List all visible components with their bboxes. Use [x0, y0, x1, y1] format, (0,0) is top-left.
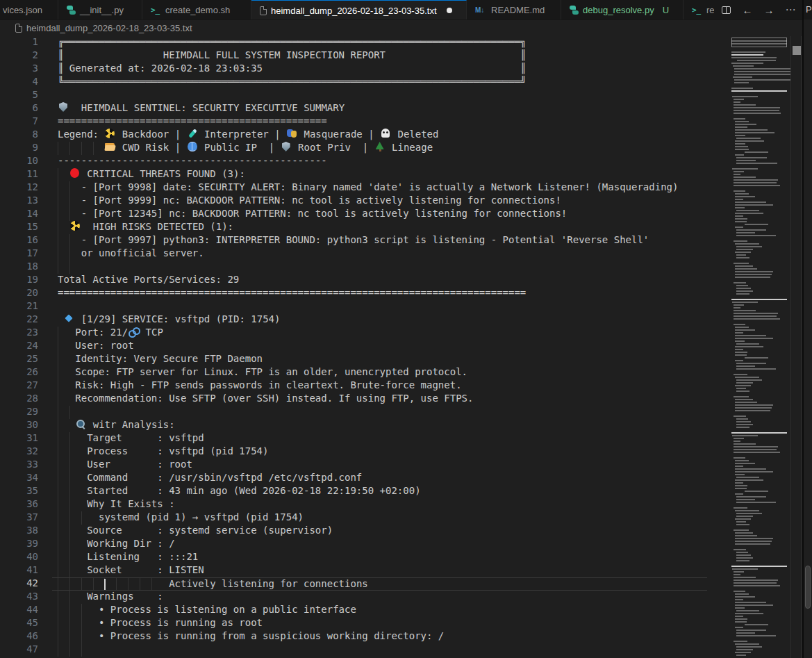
code-line[interactable]: Why It Exists : [52, 498, 707, 511]
code-line[interactable]: • Process is listening on a public inter… [52, 604, 707, 617]
tab-readme-md[interactable]: README.md [467, 0, 561, 19]
editor-pane[interactable]: 1234567891011121314151617181920212223242… [0, 36, 802, 658]
code-line[interactable]: Source : systemd service (supervisor) [52, 525, 707, 538]
line-number[interactable]: 2 [0, 49, 52, 63]
line-number[interactable]: 10 [0, 155, 52, 168]
code-line[interactable]: ║ HEIMDALL FULL SYSTEM INSPECTION REPORT… [52, 49, 707, 63]
code-line[interactable]: ----------------------------------------… [52, 155, 707, 168]
line-number[interactable]: 7 [0, 115, 52, 129]
line-number[interactable]: 11 [0, 168, 52, 181]
line-number[interactable]: 47 [0, 643, 52, 657]
line-number[interactable]: 40 [0, 551, 52, 564]
code-line[interactable]: User: root [52, 340, 707, 353]
code-line[interactable]: Risk: High - FTP sends passwords in clea… [52, 379, 707, 393]
scrollbar-thumb[interactable] [793, 46, 801, 55]
line-number[interactable]: 29 [0, 406, 52, 419]
line-number[interactable]: 13 [0, 195, 52, 208]
line-number[interactable]: 12 [0, 181, 52, 195]
code-line[interactable]: Process : vsftpd (pid 1754) [52, 445, 707, 459]
code-line[interactable]: • Process is running from a suspicious w… [52, 630, 707, 643]
line-number[interactable]: 17 [0, 247, 52, 261]
line-number[interactable]: 21 [0, 300, 52, 313]
line-number[interactable]: 24 [0, 340, 52, 353]
line-number[interactable]: 3 [0, 63, 52, 76]
line-number[interactable]: 22 [0, 313, 52, 327]
line-number[interactable]: 14 [0, 208, 52, 221]
line-number[interactable]: 9 [0, 142, 52, 155]
tab-vices-json[interactable]: vices.json [0, 0, 58, 19]
line-number[interactable]: 25 [0, 353, 52, 366]
unsaved-dot-icon[interactable] [447, 8, 452, 13]
line-number[interactable]: 37 [0, 511, 52, 525]
secondary-editor-group[interactable]: P [802, 0, 812, 658]
line-number[interactable]: 18 [0, 261, 52, 274]
line-number[interactable]: 44 [0, 604, 52, 617]
code-line[interactable] [52, 89, 707, 102]
ellipsis-icon[interactable]: ⋯ [783, 2, 798, 17]
code-line[interactable]: • Process is running as root [52, 617, 707, 630]
code-line[interactable]: witr Analysis: [52, 419, 707, 432]
code-line[interactable]: Legend: Backdoor | Interpreter | Masquer… [52, 129, 707, 142]
line-number[interactable]: 31 [0, 432, 52, 445]
line-number-gutter[interactable]: 1234567891011121314151617181920212223242… [0, 36, 52, 658]
line-number[interactable]: 32 [0, 445, 52, 459]
code-line[interactable]: Port: 21/ TCP [52, 327, 707, 340]
code-line[interactable]: ╚═══════════════════════════════════════… [52, 76, 707, 89]
code-line[interactable]: ========================================… [52, 115, 707, 129]
line-number[interactable]: 30 [0, 419, 52, 432]
line-number[interactable]: 6 [0, 102, 52, 115]
line-number[interactable]: 33 [0, 459, 52, 472]
line-number[interactable]: 39 [0, 538, 52, 551]
code-line[interactable]: - [Port 9997] python3: INTERPRETER BOUND… [52, 234, 707, 247]
line-number[interactable]: 4 [0, 76, 52, 89]
tab--init-py[interactable]: __init__.py [58, 0, 142, 19]
breadcrumb[interactable]: heimdall_dump_2026-02-18_23-03-35.txt [0, 20, 802, 36]
code-line[interactable]: Total Active Ports/Services: 29 [52, 274, 707, 287]
line-number[interactable]: 26 [0, 366, 52, 379]
tab-create-demo-sh[interactable]: create_demo.sh [142, 0, 251, 19]
line-number[interactable]: 20 [0, 287, 52, 300]
line-number[interactable]: 42 [0, 577, 52, 591]
line-number[interactable]: 19 [0, 274, 52, 287]
code-line[interactable]: or unofficial server. [52, 247, 707, 261]
secondary-group-tab[interactable]: P [804, 0, 812, 19]
code-line[interactable]: Recommendation: Use SFTP (over SSH) inst… [52, 393, 707, 406]
line-number[interactable]: 35 [0, 485, 52, 498]
code-line[interactable]: Target : vsftpd [52, 432, 707, 445]
line-number[interactable]: 28 [0, 393, 52, 406]
line-number[interactable]: 36 [0, 498, 52, 511]
code-line[interactable]: Identity: Very Secure FTP Daemon [52, 353, 707, 366]
code-line[interactable]: ║ Generated at: 2026-02-18 23:03:35 ║ [52, 63, 707, 76]
secondary-scrollbar-thumb[interactable] [805, 566, 811, 609]
line-number[interactable]: 41 [0, 564, 52, 577]
arrow-left-icon[interactable]: ← [740, 2, 755, 17]
code-line[interactable]: User : root [52, 459, 707, 472]
code-line[interactable]: CWD Risk | Public IP | Root Priv | Linea… [52, 142, 707, 155]
code-line[interactable]: Command : /usr/sbin/vsftpd /etc/vsftpd.c… [52, 472, 707, 485]
line-number[interactable]: 23 [0, 327, 52, 340]
arrow-right-icon[interactable]: → [761, 2, 777, 17]
line-number[interactable]: 16 [0, 234, 52, 247]
line-number[interactable]: 8 [0, 129, 52, 142]
code-line[interactable]: Socket : LISTEN [52, 564, 707, 577]
split-editor-icon[interactable] [718, 2, 734, 17]
code-line[interactable]: Working Dir : / [52, 538, 707, 551]
tab-heimdall-dump-2026-02-18-23-03-35-txt[interactable]: heimdall_dump_2026-02-18_23-03-35.txt [251, 0, 467, 20]
line-number[interactable]: 5 [0, 89, 52, 102]
line-number[interactable]: 38 [0, 525, 52, 538]
code-line[interactable]: HEIMDALL SENTINEL: SECURITY EXECUTIVE SU… [52, 102, 707, 115]
line-number[interactable]: 43 [0, 591, 52, 604]
code-line[interactable]: Actively listening for connections [52, 577, 707, 591]
code-line[interactable]: - [Port 9999] nc: BACKDOOR PATTERN: nc t… [52, 195, 707, 208]
code-line[interactable]: ╔═══════════════════════════════════════… [52, 36, 707, 49]
line-number[interactable]: 34 [0, 472, 52, 485]
code-line[interactable] [52, 643, 707, 657]
code-line[interactable]: Listening : :::21 [52, 551, 707, 564]
code-line[interactable]: - [Port 9998] date: SECURITY ALERT: Bina… [52, 181, 707, 195]
line-number[interactable]: 46 [0, 630, 52, 643]
minimap[interactable] [707, 36, 790, 658]
scrollbar-track[interactable] [790, 36, 802, 658]
code-line[interactable]: Started : 43 min ago (Wed 2026-02-18 22:… [52, 485, 707, 498]
code-line[interactable]: [1/29] SERVICE: vsftpd (PID: 1754) [52, 313, 707, 327]
code-line[interactable]: HIGH RISKS DETECTED (1): [52, 221, 707, 234]
